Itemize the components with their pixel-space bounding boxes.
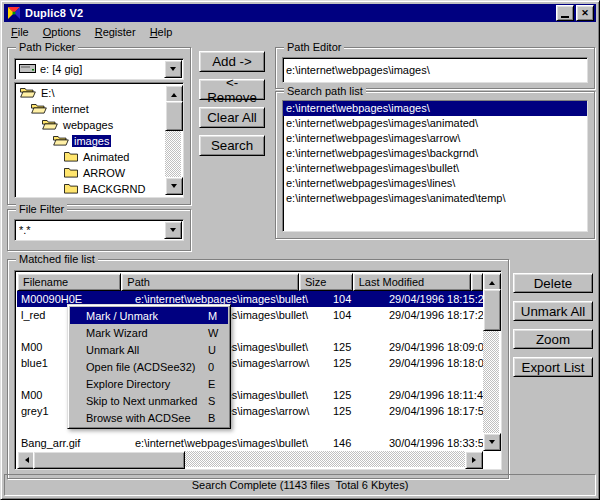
tree-item-label: ARROW — [81, 167, 127, 179]
app-icon — [7, 6, 21, 20]
close-button[interactable]: ✕ — [576, 5, 594, 21]
side-button-export-list[interactable]: Export List — [513, 357, 593, 377]
tree-scroll-down-button[interactable] — [165, 177, 183, 195]
arrow-up-icon — [171, 90, 177, 97]
context-menu-item[interactable]: Mark / Unmark M — [70, 307, 228, 324]
side-buttons: DeleteUnmark AllZoomExport List — [513, 273, 593, 377]
context-menu-item-label: Skip to Next unmarked — [86, 395, 208, 407]
column-header[interactable]: Filename — [17, 273, 121, 291]
search-path-item[interactable]: e:\internet\webpages\images\animated\ — [283, 116, 587, 131]
menu-bar: FileOptionsRegisterHelp — [4, 23, 596, 40]
cell-size: 125 — [329, 341, 385, 353]
tree-scrollbar[interactable] — [165, 85, 181, 195]
clear-all-button[interactable]: Clear All — [199, 107, 265, 128]
tree-item[interactable]: ARROW — [17, 165, 165, 181]
context-menu-item[interactable]: Mark Wizard W — [70, 324, 228, 341]
folder-tree: E:\ internet webpages images Animated AR… — [17, 85, 165, 195]
file-filter-arrow-button[interactable] — [164, 221, 182, 239]
horizontal-scrollbar-thumb[interactable] — [33, 451, 185, 469]
column-header[interactable]: Path — [121, 273, 299, 291]
folder-open-icon — [20, 86, 36, 100]
tree-item[interactable]: BACKGRND — [17, 181, 165, 195]
cell-modified: 29/04/1996 18:09:04 — [385, 341, 483, 353]
drive-combobox-arrow-button[interactable] — [164, 60, 182, 78]
cell-modified: 29/04/1996 18:15:26 — [385, 293, 483, 305]
column-header[interactable]: Last Modified — [353, 273, 471, 291]
path-editor-group: Path Editor — [275, 47, 595, 89]
window-title: Duplic8 V2 — [25, 7, 554, 19]
path-editor-input[interactable] — [282, 57, 588, 83]
search-path-item[interactable]: e:\internet\webpages\images\bullet\ — [283, 161, 587, 176]
cell-modified: 29/04/1996 18:18:00 — [385, 357, 483, 369]
context-menu-item[interactable]: Unmark All U — [70, 341, 228, 358]
folder-closed-icon — [64, 166, 78, 180]
folder-open-icon — [42, 118, 58, 132]
tree-item[interactable]: E:\ — [17, 85, 165, 101]
column-header[interactable]: Size — [299, 273, 353, 291]
cell-size: 104 — [329, 309, 385, 321]
cell-size: 125 — [329, 389, 385, 401]
tree-item-label: Animated — [81, 151, 131, 163]
menu-item[interactable]: Options — [36, 24, 88, 40]
file-filter-combobox[interactable]: *.* — [14, 219, 184, 241]
context-menu-item[interactable]: Browse with ACDSee B — [70, 409, 228, 426]
folder-tree-box: E:\ internet webpages images Animated AR… — [14, 82, 184, 198]
search-path-item[interactable]: e:\internet\webpages\images\animated\tem… — [283, 191, 587, 206]
side-button-zoom[interactable]: Zoom — [513, 329, 593, 349]
context-menu-item-shortcut: 0 — [208, 361, 222, 373]
remove-path-button[interactable]: <- Remove — [199, 79, 265, 100]
search-path-item[interactable]: e:\internet\webpages\images\backgrnd\ — [283, 146, 587, 161]
tree-item-label: BACKGRND — [81, 183, 147, 195]
search-button[interactable]: Search — [199, 135, 265, 156]
search-path-list: e:\internet\webpages\images\e:\internet\… — [282, 100, 588, 232]
scroll-down-button[interactable] — [483, 433, 501, 451]
cell-modified: 29/04/1996 18:17:28 — [385, 309, 483, 321]
search-path-list-group: Search path list e:\internet\webpages\im… — [275, 91, 595, 239]
tree-item-label: E:\ — [39, 87, 56, 99]
side-button-unmark-all[interactable]: Unmark All — [513, 301, 593, 321]
search-path-item[interactable]: e:\internet\webpages\images\arrow\ — [283, 131, 587, 146]
menu-item[interactable]: File — [4, 24, 36, 40]
cell-size: 125 — [329, 405, 385, 417]
context-menu-item[interactable]: Skip to Next unmarked S — [70, 392, 228, 409]
search-path-list-label: Search path list — [284, 84, 366, 98]
minimize-button[interactable] — [556, 5, 574, 21]
app-window: Duplic8 V2 ✕ FileOptionsRegisterHelp Pat… — [0, 0, 600, 500]
search-path-item[interactable]: e:\internet\webpages\images\lines\ — [283, 176, 587, 191]
search-path-item[interactable]: e:\internet\webpages\images\ — [283, 101, 587, 116]
context-menu-item-label: Open file (ACDSee32) — [86, 361, 208, 373]
menu-item[interactable]: Register — [88, 24, 143, 40]
side-button-delete[interactable]: Delete — [513, 273, 593, 293]
context-menu-item-shortcut: S — [208, 395, 222, 407]
title-bar[interactable]: Duplic8 V2 ✕ — [4, 4, 596, 22]
tree-item[interactable]: images — [17, 133, 165, 149]
context-menu-item-label: Mark / Unmark — [86, 310, 208, 322]
file-table-horizontal-scrollbar[interactable] — [17, 451, 483, 467]
tree-item[interactable]: webpages — [17, 117, 165, 133]
cell-size: 104 — [329, 293, 385, 305]
drive-combobox[interactable]: e: [4 gig] — [14, 58, 184, 80]
path-picker-label: Path Picker — [16, 40, 78, 54]
tree-item-label: webpages — [61, 119, 115, 131]
cell-modified: 30/04/1996 18:33:56 — [385, 437, 483, 449]
scroll-right-button[interactable] — [465, 451, 483, 469]
vertical-scrollbar-thumb[interactable] — [483, 289, 501, 331]
context-menu-item-label: Browse with ACDSee — [86, 412, 208, 424]
menu-item[interactable]: Help — [143, 24, 180, 40]
path-editor-label: Path Editor — [284, 40, 344, 54]
tree-item-label: images — [72, 135, 111, 147]
context-menu-item-label: Mark Wizard — [86, 327, 208, 339]
tree-item[interactable]: internet — [17, 101, 165, 117]
context-menu-item[interactable]: Open file (ACDSee32) 0 — [70, 358, 228, 375]
tree-scrollbar-thumb[interactable] — [165, 101, 183, 131]
table-row[interactable]: Bang_arr.gif e:\internet\webpages\images… — [17, 435, 483, 451]
file-table-vertical-scrollbar[interactable] — [483, 273, 499, 451]
add-path-button[interactable]: Add -> — [199, 51, 265, 72]
tree-item[interactable]: Animated — [17, 149, 165, 165]
context-menu-item[interactable]: Explore Directory E — [70, 375, 228, 392]
arrow-right-icon — [472, 457, 479, 463]
arrow-up-icon — [489, 278, 495, 285]
context-menu-item-shortcut: B — [208, 412, 222, 424]
context-menu-item-label: Unmark All — [86, 344, 208, 356]
context-menu: Mark / Unmark M Mark Wizard W Unmark All… — [67, 304, 231, 429]
